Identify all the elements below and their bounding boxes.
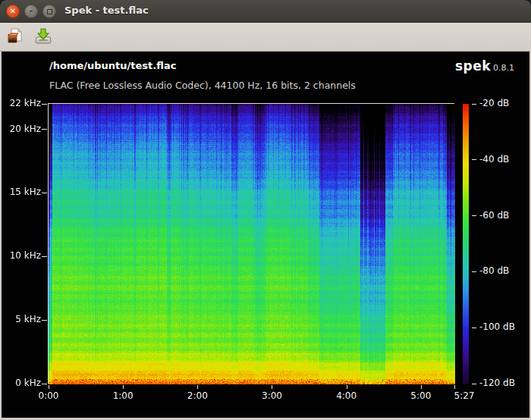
time-tick [49,385,49,389]
spectrogram-plot [48,103,454,384]
main-content: /home/ubuntu/test.flac spek0.8.1 FLAC (F… [0,52,531,418]
maximize-icon [47,9,52,14]
save-drive-icon [33,26,54,49]
minimize-icon: – [30,8,33,15]
time-tick [272,385,272,389]
db-tick-label: -80 dB [479,265,509,276]
db-tick [472,104,476,105]
time-tick [123,385,124,389]
window-title: Spek - test.flac [64,5,149,16]
spectrogram-canvas [49,104,455,384]
time-tick-label: 2:00 [187,390,208,401]
time-tick-label: 4:00 [336,390,357,401]
db-tick [472,159,476,160]
time-tick [347,385,347,389]
app-name: spek [455,58,491,74]
time-tick-label: 5:00 [410,390,431,401]
close-button[interactable]: ✕ [6,5,20,18]
db-tick [472,384,476,384]
db-tick-label: -20 dB [479,98,509,108]
db-legend-bar [463,104,469,384]
toolbar [0,23,531,52]
freq-tick-label: 22 kHz [2,98,41,108]
app-version: 0.8.1 [493,63,514,73]
open-file-button[interactable] [3,24,29,50]
freq-tick [42,129,47,130]
freq-tick [42,104,47,105]
open-folder-icon [5,26,27,49]
window-frame-left [0,52,2,420]
db-legend-canvas [463,104,469,384]
db-tick [472,271,476,272]
save-button[interactable] [30,24,56,50]
titlebar[interactable]: ✕ – Spek - test.flac [0,0,531,23]
db-tick [472,215,476,216]
time-tick [454,385,455,389]
time-tick [197,385,198,389]
minimize-button[interactable]: – [24,5,38,18]
app-logo: spek0.8.1 [455,58,514,74]
db-tick-label: -60 dB [479,210,509,221]
freq-tick [42,384,47,384]
freq-tick [42,320,47,321]
time-tick-label: 3:00 [262,390,282,401]
close-icon: ✕ [10,8,16,15]
freq-tick [42,193,47,193]
time-tick [421,385,422,389]
db-tick-label: -40 dB [479,154,509,165]
maximize-button[interactable] [42,5,56,18]
time-tick-label: 0:00 [39,390,59,401]
spek-window: ✕ – Spek - test.flac [0,0,531,420]
freq-tick-label: 20 kHz [2,124,41,134]
freq-tick [42,256,47,257]
time-tick-label: 5:27 [454,390,475,401]
freq-tick-label: 0 kHz [2,378,41,388]
file-path: /home/ubuntu/test.flac [49,60,176,71]
freq-tick-label: 10 kHz [2,250,41,261]
time-tick-label: 1:00 [113,390,134,401]
db-tick [472,328,476,328]
freq-tick-label: 15 kHz [2,186,41,197]
db-tick-label: -100 dB [479,321,515,332]
freq-tick-label: 5 kHz [2,314,41,324]
file-info: FLAC (Free Lossless Audio Codec), 44100 … [49,80,356,91]
db-tick-label: -120 dB [479,378,515,388]
